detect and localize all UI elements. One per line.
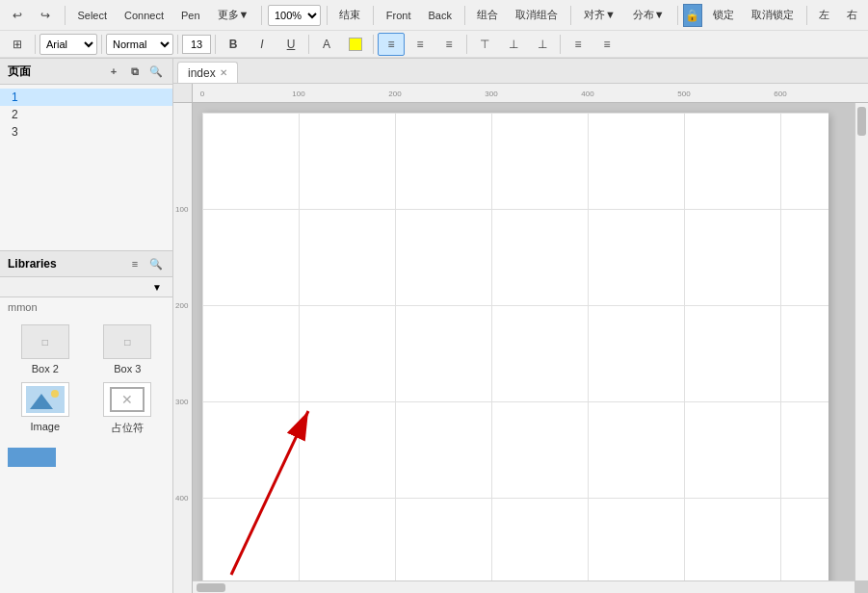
indent-button[interactable]: ≡	[593, 33, 620, 56]
undo-button[interactable]: ↩	[4, 4, 31, 27]
ruler-v-200: 200	[175, 301, 188, 310]
libraries-search-icon[interactable]: 🔍	[147, 255, 165, 272]
italic-button[interactable]: I	[249, 33, 276, 56]
ruler-v-100: 100	[175, 205, 188, 214]
category-label: mmon	[0, 297, 172, 317]
right-content: index ✕ 0 100 200 300 400 500 600 100 20…	[173, 59, 868, 593]
libraries-dropdown: ▼	[0, 277, 172, 297]
page-item-3[interactable]: 3	[0, 123, 172, 141]
align-right-text-button[interactable]: ≡	[435, 33, 462, 56]
align-right-button[interactable]: 右	[840, 4, 864, 27]
ruler-h-100: 100	[292, 90, 304, 98]
underline-button[interactable]: U	[277, 33, 304, 56]
select-button[interactable]: Select	[70, 4, 114, 27]
bullet-button[interactable]: ≡	[565, 33, 592, 56]
font-color-button[interactable]: A	[313, 33, 340, 56]
libraries-menu-icon[interactable]: ≡	[126, 255, 144, 272]
distribute-button[interactable]: 分布▼	[626, 4, 671, 27]
ruler-h-0: 0	[200, 90, 204, 98]
align-middle-text-button[interactable]: ⊥	[500, 33, 527, 56]
libraries-header-icons: ≡ 🔍	[126, 255, 165, 272]
lock-icon-btn[interactable]: 🔒	[683, 4, 701, 27]
align-center-text-button[interactable]: ≡	[407, 33, 434, 56]
component-box3[interactable]: □ Box 3	[91, 324, 166, 374]
toolbar-left-group: ↩ ↪	[4, 4, 59, 27]
ruler-corner	[173, 84, 193, 103]
sep10	[101, 35, 102, 54]
copy-page-icon[interactable]: ⧉	[126, 63, 144, 80]
canvas-content[interactable]	[193, 103, 868, 593]
box2-label: Box 2	[32, 363, 59, 374]
libraries-title: Libraries	[8, 257, 57, 271]
canvas-page[interactable]	[202, 113, 829, 593]
sep15	[466, 35, 467, 54]
placeholder-x-icon: ✕	[121, 393, 133, 406]
add-page-icon[interactable]: +	[105, 63, 122, 80]
component-box2[interactable]: □ Box 2	[8, 324, 83, 374]
end-button[interactable]: 结束	[332, 4, 367, 27]
ruler-h-200: 200	[388, 90, 401, 98]
font-size-input[interactable]	[182, 35, 211, 54]
ruler-h-500: 500	[677, 90, 690, 98]
connect-button[interactable]: Connect	[118, 4, 171, 27]
scrollbar-vertical-thumb[interactable]	[857, 107, 866, 136]
align-button[interactable]: 对齐▼	[577, 4, 622, 27]
placeholder-inner: ✕	[110, 387, 145, 412]
ruler-h-300: 300	[485, 90, 497, 98]
lock-button[interactable]: 锁定	[706, 4, 741, 27]
front-button[interactable]: Front	[380, 4, 418, 27]
sep11	[177, 35, 178, 54]
ruler-top: 0 100 200 300 400 500 600	[193, 84, 868, 103]
pen-button[interactable]: Pen	[174, 4, 207, 27]
box3-icon-label: □	[124, 337, 130, 348]
pages-header: 页面 + ⧉ 🔍	[0, 59, 172, 85]
image-mountain-icon	[30, 394, 53, 409]
pages-section: 页面 + ⧉ 🔍 1 2 3	[0, 59, 172, 251]
fill-color-swatch	[349, 38, 362, 51]
more-button[interactable]: 更多▼	[211, 4, 256, 27]
image-label: Image	[30, 421, 60, 432]
align-left-text-button[interactable]: ≡	[378, 33, 405, 56]
font-family-select[interactable]: Arial	[39, 34, 97, 55]
search-pages-icon[interactable]: 🔍	[147, 63, 165, 80]
box2-icon: □	[21, 324, 69, 359]
canvas-area[interactable]: 0 100 200 300 400 500 600 100 200 300 40…	[173, 84, 868, 593]
main-layout: 页面 + ⧉ 🔍 1 2 3	[0, 59, 868, 593]
fill-color-button[interactable]	[342, 33, 369, 56]
libraries-section: Libraries ≡ 🔍 ▼ mmon □ Box 2	[0, 251, 172, 593]
table-icon-btn[interactable]: ⊞	[4, 33, 31, 56]
toolbar-row1: ↩ ↪ Select Connect Pen 更多▼ 100% 75% 150%…	[0, 0, 868, 31]
bold-button[interactable]: B	[220, 33, 247, 56]
scrollbar-horizontal[interactable]	[193, 580, 855, 593]
zoom-select[interactable]: 100% 75% 150%	[268, 5, 321, 26]
placeholder-label: 占位符	[112, 421, 144, 435]
left-panel: 页面 + ⧉ 🔍 1 2 3	[0, 59, 173, 593]
component-placeholder[interactable]: ✕ 占位符	[91, 382, 166, 435]
toolbar-row2: ⊞ Arial Normal B I U A ≡ ≡ ≡ ⊤ ⊥ ⊥ ≡ ≡	[0, 31, 868, 58]
align-left-button[interactable]: 左	[812, 4, 836, 27]
pages-title: 页面	[8, 64, 31, 80]
redo-button[interactable]: ↪	[32, 4, 59, 27]
align-top-text-button[interactable]: ⊤	[471, 33, 498, 56]
ungroup-button[interactable]: 取消组合	[509, 4, 565, 27]
page-item-2[interactable]: 2	[0, 106, 172, 123]
scrollbar-horizontal-thumb[interactable]	[197, 583, 225, 592]
page-label-2: 2	[12, 108, 18, 121]
tab-index[interactable]: index ✕	[177, 62, 238, 83]
tab-close-icon[interactable]: ✕	[220, 67, 227, 78]
group-button[interactable]: 组合	[470, 4, 505, 27]
back-button[interactable]: Back	[422, 4, 459, 27]
bottom-component-row	[0, 443, 172, 472]
format-select[interactable]: Normal	[106, 34, 173, 55]
unlock-button[interactable]: 取消锁定	[745, 4, 801, 27]
canvas-grid	[202, 113, 829, 593]
scrollbar-vertical[interactable]	[855, 103, 868, 580]
dropdown-arrow-icon[interactable]: ▼	[149, 279, 165, 295]
component-image[interactable]: Image	[8, 382, 83, 435]
box3-label: Box 3	[114, 363, 141, 374]
page-label-1: 1	[12, 90, 18, 104]
ruler-v-400: 400	[175, 494, 188, 503]
ruler-v-300: 300	[175, 398, 188, 406]
align-bottom-text-button[interactable]: ⊥	[529, 33, 556, 56]
page-item-1[interactable]: 1	[0, 89, 172, 106]
